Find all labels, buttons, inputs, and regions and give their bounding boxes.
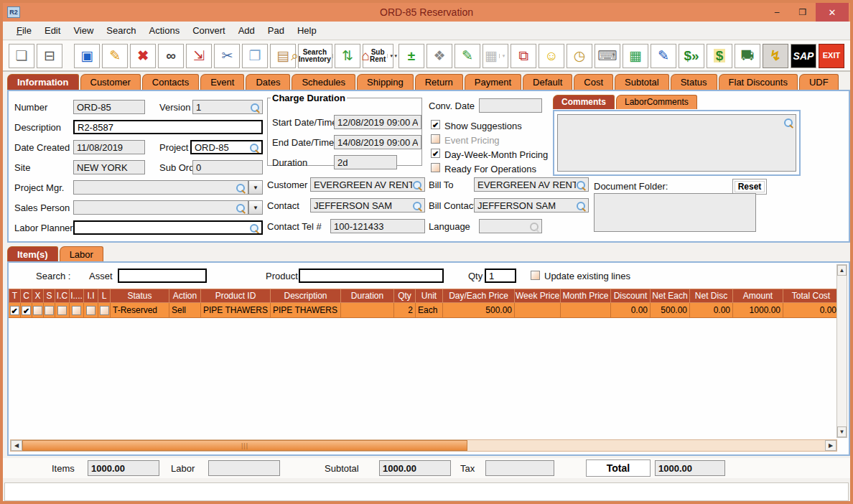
col-l[interactable]: L	[98, 289, 111, 303]
col-c[interactable]: C	[21, 289, 32, 303]
col-day-each-price[interactable]: Day/Each Price	[443, 289, 515, 303]
asset-input[interactable]	[122, 271, 202, 281]
col-x[interactable]: X	[32, 289, 44, 303]
col-s[interactable]: S	[44, 289, 55, 303]
project-mgr-search-icon[interactable]	[236, 183, 245, 192]
close-button[interactable]: ✕	[816, 3, 849, 22]
delete-button[interactable]: ✖	[130, 44, 156, 68]
version-search-icon[interactable]	[250, 103, 259, 112]
tab-labor-comments[interactable]: LaborComments	[616, 95, 697, 109]
comments-search-icon[interactable]	[783, 118, 793, 127]
project-mgr-dropdown[interactable]: ▼	[248, 180, 263, 195]
col-total-cost[interactable]: Total Cost	[783, 289, 839, 303]
notes-button[interactable]: ✎	[455, 44, 480, 68]
product-input[interactable]	[303, 271, 439, 281]
labor-planner-search-icon[interactable]	[249, 223, 258, 233]
labor-planner-field[interactable]	[73, 220, 263, 235]
cell-action[interactable]: Sell	[169, 303, 201, 318]
cell-duration[interactable]	[341, 303, 394, 318]
project-field[interactable]: ORD-85	[190, 140, 263, 154]
col-ii[interactable]: I.I	[84, 289, 98, 303]
tab-udf[interactable]: UDF	[799, 74, 839, 90]
exit-button[interactable]: EXIT	[819, 44, 844, 68]
cell-amount[interactable]: 1000.00	[733, 303, 783, 318]
menu-file[interactable]: File	[10, 23, 38, 38]
quick-action-button[interactable]: ↯	[763, 44, 788, 68]
tab-subtotal[interactable]: Subtotal	[615, 74, 669, 90]
cell-day-each-price[interactable]: 500.00	[443, 303, 515, 318]
scroll-left-icon[interactable]: ◀	[11, 440, 22, 451]
tab-comments[interactable]: Comments	[553, 95, 615, 109]
row-check-ic[interactable]	[57, 306, 67, 315]
sales-person-dropdown[interactable]: ▼	[248, 200, 263, 215]
show-suggestions-checkbox[interactable]: ✔	[431, 120, 440, 129]
tab-cost[interactable]: Cost	[574, 74, 613, 90]
scrollbar-track[interactable]	[467, 440, 825, 451]
edit-notes-button[interactable]: ✎	[651, 44, 676, 68]
row-check-c[interactable]: ✔	[22, 306, 31, 315]
scroll-right-icon[interactable]: ▶	[825, 440, 836, 451]
cell-net-each[interactable]: 500.00	[651, 303, 690, 318]
chevron-down-icon[interactable]: ▼▼	[387, 54, 394, 58]
tab-items[interactable]: Item(s)	[7, 246, 58, 262]
cell-status[interactable]: T-Reserved	[111, 303, 169, 318]
transfer-button[interactable]: ⇅	[335, 44, 360, 68]
copy-to-button[interactable]: ⇲	[186, 44, 212, 68]
tab-customer[interactable]: Customer	[80, 74, 141, 90]
sub-rent-button[interactable]: ⌂ Sub Rent ▼▼	[363, 44, 393, 68]
document-folder-button[interactable]: ◷	[567, 44, 592, 68]
qty-field[interactable]	[485, 269, 516, 283]
cell-product-id[interactable]: PIPE THAWERS	[201, 303, 271, 318]
scrollbar-thumb[interactable]: |||	[22, 440, 467, 451]
menu-pad[interactable]: Pad	[261, 23, 291, 38]
price-forward-button[interactable]: $»	[679, 44, 704, 68]
menu-actions[interactable]: Actions	[143, 23, 187, 38]
tab-labor[interactable]: Labor	[60, 246, 103, 262]
col-net-disc[interactable]: Net Disc	[690, 289, 733, 303]
col-action[interactable]: Action	[169, 289, 201, 303]
row-check-ii[interactable]	[86, 306, 95, 315]
menu-help[interactable]: Help	[291, 23, 323, 38]
total-button[interactable]: Total	[586, 459, 651, 477]
bill-contact-search-icon[interactable]	[576, 201, 585, 210]
row-check-s[interactable]	[45, 306, 54, 315]
ready-operations-checkbox[interactable]	[431, 163, 440, 172]
tab-schedules[interactable]: Schedules	[292, 74, 355, 90]
cell-unit[interactable]: Each	[416, 303, 443, 318]
cell-month-price[interactable]	[561, 303, 611, 318]
asset-field[interactable]	[118, 269, 207, 283]
row-check-l[interactable]	[100, 306, 109, 315]
col-ic[interactable]: I.C	[55, 289, 70, 303]
col-unit[interactable]: Unit	[416, 289, 443, 303]
menu-search[interactable]: Search	[100, 23, 142, 38]
tab-contacts[interactable]: Contacts	[142, 74, 199, 90]
document-folder-box[interactable]	[594, 193, 756, 232]
dwm-pricing-checkbox[interactable]: ✔	[431, 149, 440, 158]
cell-net-disc[interactable]: 0.00	[690, 303, 733, 318]
sales-person-search-icon[interactable]	[236, 203, 245, 213]
grid-data-row[interactable]: ✔ ✔ T-Reserved Sell PIPE THAWERS PIPE TH…	[9, 303, 839, 318]
print-button[interactable]: ⊟	[37, 44, 62, 68]
cell-description[interactable]: PIPE THAWERS	[271, 303, 341, 318]
menu-convert[interactable]: Convert	[186, 23, 232, 38]
bill-to-search-icon[interactable]	[576, 180, 585, 190]
tab-event[interactable]: Event	[200, 74, 244, 90]
project-search-icon[interactable]	[249, 143, 258, 152]
menu-edit[interactable]: Edit	[38, 23, 67, 38]
col-description[interactable]: Description	[271, 289, 341, 303]
add-remove-button[interactable]: ±	[398, 44, 424, 68]
row-check-i[interactable]	[72, 306, 81, 315]
kit-group-button[interactable]: ❖	[426, 44, 452, 68]
price-notes-button[interactable]: $	[707, 44, 732, 68]
cell-discount[interactable]: 0.00	[611, 303, 651, 318]
col-i[interactable]: I....	[70, 289, 84, 303]
tab-status[interactable]: Status	[671, 74, 717, 90]
edit-button[interactable]: ✎	[102, 44, 128, 68]
tab-return[interactable]: Return	[415, 74, 463, 90]
col-discount[interactable]: Discount	[611, 289, 651, 303]
reset-button[interactable]: Reset	[732, 179, 767, 195]
cell-qty[interactable]: 2	[394, 303, 416, 318]
col-status[interactable]: Status	[111, 289, 169, 303]
row-check-t[interactable]: ✔	[10, 306, 19, 315]
qty-input[interactable]	[489, 271, 512, 281]
